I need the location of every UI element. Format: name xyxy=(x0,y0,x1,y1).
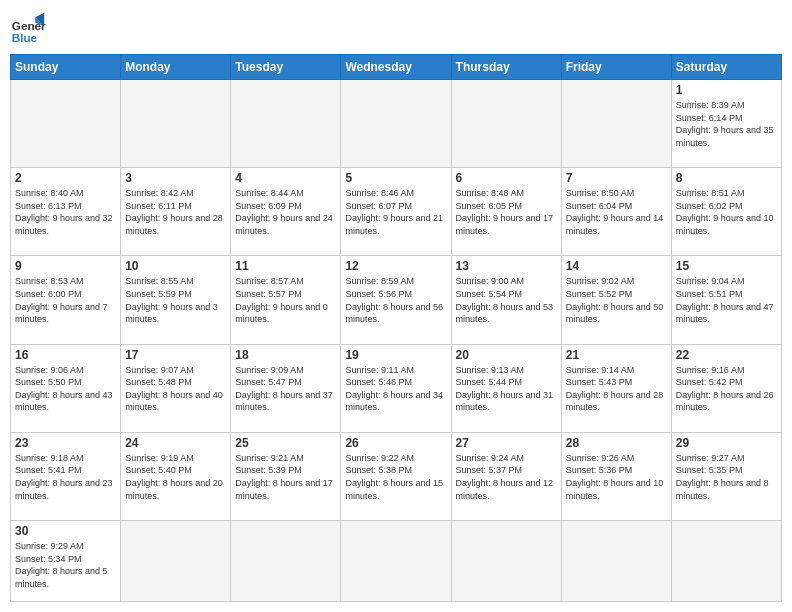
day-info: Sunrise: 8:51 AM Sunset: 6:02 PM Dayligh… xyxy=(676,187,777,237)
calendar-cell: 12Sunrise: 8:59 AM Sunset: 5:56 PM Dayli… xyxy=(341,256,451,344)
day-number: 28 xyxy=(566,436,667,450)
calendar-cell: 19Sunrise: 9:11 AM Sunset: 5:46 PM Dayli… xyxy=(341,344,451,432)
day-number: 4 xyxy=(235,171,336,185)
calendar-cell: 9Sunrise: 8:53 AM Sunset: 6:00 PM Daylig… xyxy=(11,256,121,344)
calendar-cell xyxy=(561,521,671,602)
calendar-cell xyxy=(451,80,561,168)
day-info: Sunrise: 9:19 AM Sunset: 5:40 PM Dayligh… xyxy=(125,452,226,502)
weekday-header-row: SundayMondayTuesdayWednesdayThursdayFrid… xyxy=(11,55,782,80)
day-info: Sunrise: 9:14 AM Sunset: 5:43 PM Dayligh… xyxy=(566,364,667,414)
calendar-cell: 29Sunrise: 9:27 AM Sunset: 5:35 PM Dayli… xyxy=(671,432,781,520)
calendar-cell xyxy=(561,80,671,168)
calendar-cell: 2Sunrise: 8:40 AM Sunset: 6:13 PM Daylig… xyxy=(11,168,121,256)
day-number: 30 xyxy=(15,524,116,538)
day-info: Sunrise: 9:21 AM Sunset: 5:39 PM Dayligh… xyxy=(235,452,336,502)
day-info: Sunrise: 9:26 AM Sunset: 5:36 PM Dayligh… xyxy=(566,452,667,502)
day-info: Sunrise: 9:24 AM Sunset: 5:37 PM Dayligh… xyxy=(456,452,557,502)
day-number: 15 xyxy=(676,259,777,273)
calendar-week-row: 16Sunrise: 9:06 AM Sunset: 5:50 PM Dayli… xyxy=(11,344,782,432)
day-info: Sunrise: 9:11 AM Sunset: 5:46 PM Dayligh… xyxy=(345,364,446,414)
day-info: Sunrise: 9:09 AM Sunset: 5:47 PM Dayligh… xyxy=(235,364,336,414)
calendar-cell: 10Sunrise: 8:55 AM Sunset: 5:59 PM Dayli… xyxy=(121,256,231,344)
day-number: 1 xyxy=(676,83,777,97)
day-info: Sunrise: 9:07 AM Sunset: 5:48 PM Dayligh… xyxy=(125,364,226,414)
day-info: Sunrise: 9:22 AM Sunset: 5:38 PM Dayligh… xyxy=(345,452,446,502)
calendar-cell: 16Sunrise: 9:06 AM Sunset: 5:50 PM Dayli… xyxy=(11,344,121,432)
day-number: 10 xyxy=(125,259,226,273)
day-number: 18 xyxy=(235,348,336,362)
calendar-cell: 3Sunrise: 8:42 AM Sunset: 6:11 PM Daylig… xyxy=(121,168,231,256)
calendar-cell: 20Sunrise: 9:13 AM Sunset: 5:44 PM Dayli… xyxy=(451,344,561,432)
day-info: Sunrise: 8:42 AM Sunset: 6:11 PM Dayligh… xyxy=(125,187,226,237)
day-number: 22 xyxy=(676,348,777,362)
day-number: 26 xyxy=(345,436,446,450)
day-number: 23 xyxy=(15,436,116,450)
calendar-table: SundayMondayTuesdayWednesdayThursdayFrid… xyxy=(10,54,782,602)
day-number: 20 xyxy=(456,348,557,362)
day-number: 13 xyxy=(456,259,557,273)
calendar-cell: 13Sunrise: 9:00 AM Sunset: 5:54 PM Dayli… xyxy=(451,256,561,344)
calendar-cell: 7Sunrise: 8:50 AM Sunset: 6:04 PM Daylig… xyxy=(561,168,671,256)
day-info: Sunrise: 8:53 AM Sunset: 6:00 PM Dayligh… xyxy=(15,275,116,325)
weekday-header-sunday: Sunday xyxy=(11,55,121,80)
calendar-cell xyxy=(231,521,341,602)
day-info: Sunrise: 8:40 AM Sunset: 6:13 PM Dayligh… xyxy=(15,187,116,237)
day-number: 16 xyxy=(15,348,116,362)
day-info: Sunrise: 9:29 AM Sunset: 5:34 PM Dayligh… xyxy=(15,540,116,590)
svg-text:Blue: Blue xyxy=(12,31,38,44)
day-info: Sunrise: 9:02 AM Sunset: 5:52 PM Dayligh… xyxy=(566,275,667,325)
day-number: 7 xyxy=(566,171,667,185)
calendar-cell: 24Sunrise: 9:19 AM Sunset: 5:40 PM Dayli… xyxy=(121,432,231,520)
day-info: Sunrise: 8:46 AM Sunset: 6:07 PM Dayligh… xyxy=(345,187,446,237)
calendar-cell: 28Sunrise: 9:26 AM Sunset: 5:36 PM Dayli… xyxy=(561,432,671,520)
day-number: 2 xyxy=(15,171,116,185)
day-number: 8 xyxy=(676,171,777,185)
day-info: Sunrise: 8:59 AM Sunset: 5:56 PM Dayligh… xyxy=(345,275,446,325)
day-info: Sunrise: 9:16 AM Sunset: 5:42 PM Dayligh… xyxy=(676,364,777,414)
calendar-cell: 1Sunrise: 8:39 AM Sunset: 6:14 PM Daylig… xyxy=(671,80,781,168)
logo: General Blue xyxy=(10,10,46,46)
day-number: 6 xyxy=(456,171,557,185)
page: General Blue SundayMondayTuesdayWednesda… xyxy=(0,0,792,612)
calendar-cell xyxy=(451,521,561,602)
calendar-cell: 4Sunrise: 8:44 AM Sunset: 6:09 PM Daylig… xyxy=(231,168,341,256)
weekday-header-thursday: Thursday xyxy=(451,55,561,80)
day-info: Sunrise: 8:48 AM Sunset: 6:05 PM Dayligh… xyxy=(456,187,557,237)
weekday-header-saturday: Saturday xyxy=(671,55,781,80)
calendar-cell xyxy=(231,80,341,168)
calendar-cell xyxy=(341,80,451,168)
day-number: 3 xyxy=(125,171,226,185)
calendar-cell: 14Sunrise: 9:02 AM Sunset: 5:52 PM Dayli… xyxy=(561,256,671,344)
day-info: Sunrise: 8:55 AM Sunset: 5:59 PM Dayligh… xyxy=(125,275,226,325)
day-info: Sunrise: 8:57 AM Sunset: 5:57 PM Dayligh… xyxy=(235,275,336,325)
day-info: Sunrise: 8:50 AM Sunset: 6:04 PM Dayligh… xyxy=(566,187,667,237)
calendar-cell: 18Sunrise: 9:09 AM Sunset: 5:47 PM Dayli… xyxy=(231,344,341,432)
calendar-cell: 21Sunrise: 9:14 AM Sunset: 5:43 PM Dayli… xyxy=(561,344,671,432)
day-info: Sunrise: 9:27 AM Sunset: 5:35 PM Dayligh… xyxy=(676,452,777,502)
calendar-week-row: 2Sunrise: 8:40 AM Sunset: 6:13 PM Daylig… xyxy=(11,168,782,256)
weekday-header-tuesday: Tuesday xyxy=(231,55,341,80)
day-number: 11 xyxy=(235,259,336,273)
calendar-week-row: 1Sunrise: 8:39 AM Sunset: 6:14 PM Daylig… xyxy=(11,80,782,168)
calendar-cell: 5Sunrise: 8:46 AM Sunset: 6:07 PM Daylig… xyxy=(341,168,451,256)
day-info: Sunrise: 9:00 AM Sunset: 5:54 PM Dayligh… xyxy=(456,275,557,325)
calendar-cell: 22Sunrise: 9:16 AM Sunset: 5:42 PM Dayli… xyxy=(671,344,781,432)
weekday-header-friday: Friday xyxy=(561,55,671,80)
calendar-cell: 30Sunrise: 9:29 AM Sunset: 5:34 PM Dayli… xyxy=(11,521,121,602)
day-number: 21 xyxy=(566,348,667,362)
calendar-cell: 25Sunrise: 9:21 AM Sunset: 5:39 PM Dayli… xyxy=(231,432,341,520)
day-number: 25 xyxy=(235,436,336,450)
calendar-cell xyxy=(121,80,231,168)
day-number: 5 xyxy=(345,171,446,185)
logo-icon: General Blue xyxy=(10,10,46,46)
calendar-cell: 8Sunrise: 8:51 AM Sunset: 6:02 PM Daylig… xyxy=(671,168,781,256)
calendar-cell xyxy=(671,521,781,602)
day-info: Sunrise: 9:06 AM Sunset: 5:50 PM Dayligh… xyxy=(15,364,116,414)
header: General Blue xyxy=(10,10,782,46)
day-number: 9 xyxy=(15,259,116,273)
weekday-header-wednesday: Wednesday xyxy=(341,55,451,80)
calendar-cell: 26Sunrise: 9:22 AM Sunset: 5:38 PM Dayli… xyxy=(341,432,451,520)
day-number: 19 xyxy=(345,348,446,362)
calendar-cell: 23Sunrise: 9:18 AM Sunset: 5:41 PM Dayli… xyxy=(11,432,121,520)
calendar-cell: 15Sunrise: 9:04 AM Sunset: 5:51 PM Dayli… xyxy=(671,256,781,344)
